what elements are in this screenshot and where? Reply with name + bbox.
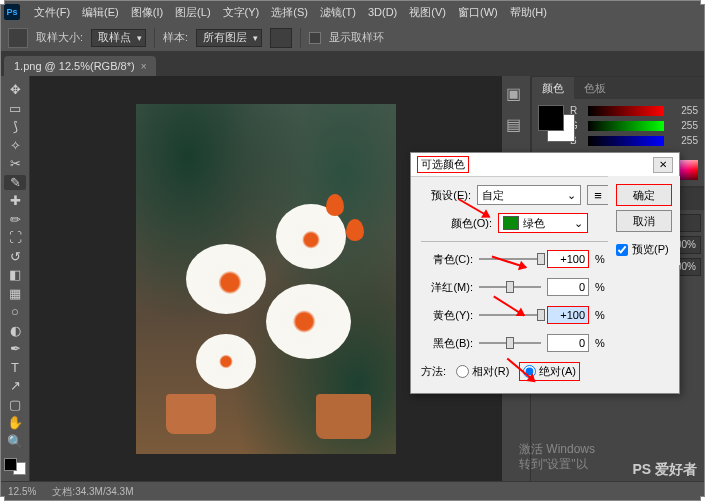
panel-foreground-swatch[interactable] (538, 105, 564, 131)
sample-size-dropdown[interactable]: 取样点 (91, 29, 146, 47)
healing-tool-icon[interactable]: ✚ (4, 193, 26, 209)
option-icon-button[interactable] (270, 28, 292, 48)
move-tool-icon[interactable]: ✥ (4, 82, 26, 98)
cyan-label: 青色(C): (421, 252, 473, 267)
magic-wand-tool-icon[interactable]: ✧ (4, 138, 26, 154)
document-tab-label: 1.png @ 12.5%(RGB/8*) (14, 60, 135, 72)
tab-color[interactable]: 颜色 (532, 77, 574, 99)
menu-help[interactable]: 帮助(H) (504, 5, 553, 20)
preview-checkbox[interactable]: 预览(P) (616, 242, 672, 257)
document-tab-bar: 1.png @ 12.5%(RGB/8*) × (0, 52, 705, 76)
menu-layer[interactable]: 图层(L) (169, 5, 216, 20)
brush-tool-icon[interactable]: ✏ (4, 212, 26, 228)
black-value[interactable]: 0 (547, 334, 589, 352)
menu-select[interactable]: 选择(S) (265, 5, 314, 20)
menu-edit[interactable]: 编辑(E) (76, 5, 125, 20)
menu-image[interactable]: 图像(I) (125, 5, 169, 20)
yellow-label: 黄色(Y): (421, 308, 473, 323)
status-bar: 12.5% 文档:34.3M/34.3M (0, 481, 705, 501)
sample-dropdown[interactable]: 所有图层 (196, 29, 262, 47)
percent-label: % (595, 309, 609, 321)
divider (300, 28, 301, 48)
cancel-button[interactable]: 取消 (616, 210, 672, 232)
zoom-level[interactable]: 12.5% (8, 486, 36, 497)
percent-label: % (595, 281, 609, 293)
zoom-tool-icon[interactable]: 🔍 (4, 434, 26, 450)
app-logo: Ps (4, 4, 20, 20)
ps-watermark: PS 爱好者 (632, 461, 697, 479)
blur-tool-icon[interactable]: ○ (4, 304, 26, 320)
cyan-value[interactable]: +100 (547, 250, 589, 268)
hand-tool-icon[interactable]: ✋ (4, 415, 26, 431)
menu-window[interactable]: 窗口(W) (452, 5, 504, 20)
history-brush-tool-icon[interactable]: ↺ (4, 249, 26, 265)
doc-size: 文档:34.3M/34.3M (52, 485, 133, 499)
colors-dropdown[interactable]: 绿色 (498, 213, 588, 233)
r-value[interactable]: 255 (670, 105, 698, 116)
black-label: 黑色(B): (421, 336, 473, 351)
show-ring-label: 显示取样环 (329, 30, 384, 45)
cyan-slider[interactable] (479, 258, 541, 260)
gradient-tool-icon[interactable]: ▦ (4, 286, 26, 302)
foreground-color-swatch[interactable] (4, 458, 17, 471)
r-slider[interactable] (588, 106, 664, 116)
yellow-value[interactable]: +100 (547, 306, 589, 324)
g-value[interactable]: 255 (670, 120, 698, 131)
eyedropper-tool-icon[interactable] (8, 28, 28, 48)
method-label: 方法: (421, 364, 446, 379)
preset-menu-icon[interactable]: ≡ (587, 185, 609, 205)
method-relative-radio[interactable]: 相对(R) (456, 364, 509, 379)
menu-filter[interactable]: 滤镜(T) (314, 5, 362, 20)
document-image (136, 104, 396, 454)
menu-file[interactable]: 文件(F) (28, 5, 76, 20)
stamp-tool-icon[interactable]: ⛶ (4, 230, 26, 246)
dodge-tool-icon[interactable]: ◐ (4, 323, 26, 339)
lasso-tool-icon[interactable]: ⟆ (4, 119, 26, 135)
black-slider[interactable] (479, 342, 541, 344)
dialog-titlebar[interactable]: 可选颜色 ✕ (411, 153, 679, 177)
document-tab[interactable]: 1.png @ 12.5%(RGB/8*) × (4, 56, 156, 76)
magenta-label: 洋红(M): (421, 280, 473, 295)
magenta-value[interactable]: 0 (547, 278, 589, 296)
close-button[interactable]: ✕ (653, 157, 673, 173)
close-icon[interactable]: × (141, 61, 147, 72)
color-panel-tabs: 颜色 色板 (532, 77, 704, 99)
swatches-panel-icon[interactable]: ▤ (506, 115, 526, 134)
preset-dropdown[interactable]: 自定 (477, 185, 581, 205)
percent-label: % (595, 337, 609, 349)
type-tool-icon[interactable]: T (4, 360, 26, 376)
b-value[interactable]: 255 (670, 135, 698, 146)
tools-panel: ✥ ▭ ⟆ ✧ ✂ ✎ ✚ ✏ ⛶ ↺ ◧ ▦ ○ ◐ ✒ T ↗ ▢ ✋ 🔍 (0, 76, 30, 481)
ok-button[interactable]: 确定 (616, 184, 672, 206)
sample-label: 样本: (163, 30, 188, 45)
eyedropper-tool-icon[interactable]: ✎ (4, 175, 26, 191)
pen-tool-icon[interactable]: ✒ (4, 341, 26, 357)
path-tool-icon[interactable]: ↗ (4, 378, 26, 394)
eraser-tool-icon[interactable]: ◧ (4, 267, 26, 283)
options-bar: 取样大小: 取样点 样本: 所有图层 显示取样环 (0, 24, 705, 52)
menu-view[interactable]: 视图(V) (403, 5, 452, 20)
dialog-title: 可选颜色 (417, 156, 469, 173)
crop-tool-icon[interactable]: ✂ (4, 156, 26, 172)
menu-type[interactable]: 文字(Y) (217, 5, 266, 20)
sample-size-label: 取样大小: (36, 30, 83, 45)
windows-activation-watermark: 激活 Windows 转到"设置"以 (519, 442, 595, 473)
g-slider[interactable] (588, 121, 664, 131)
shape-tool-icon[interactable]: ▢ (4, 397, 26, 413)
percent-label: % (595, 253, 609, 265)
selective-color-dialog: 可选颜色 ✕ 预设(E): 自定 ≡ 颜色(O): 绿色 青色(C): +100 (410, 152, 680, 394)
green-swatch-icon (503, 216, 519, 230)
tab-swatches[interactable]: 色板 (574, 77, 616, 99)
yellow-slider[interactable] (479, 314, 541, 316)
marquee-tool-icon[interactable]: ▭ (4, 101, 26, 117)
show-ring-checkbox[interactable] (309, 32, 321, 44)
color-swatches[interactable] (4, 458, 26, 475)
menu-3d[interactable]: 3D(D) (362, 6, 403, 18)
b-slider[interactable] (588, 136, 664, 146)
magenta-slider[interactable] (479, 286, 541, 288)
history-panel-icon[interactable]: ▣ (506, 84, 526, 103)
divider (154, 28, 155, 48)
menu-bar: Ps 文件(F) 编辑(E) 图像(I) 图层(L) 文字(Y) 选择(S) 滤… (0, 0, 705, 24)
